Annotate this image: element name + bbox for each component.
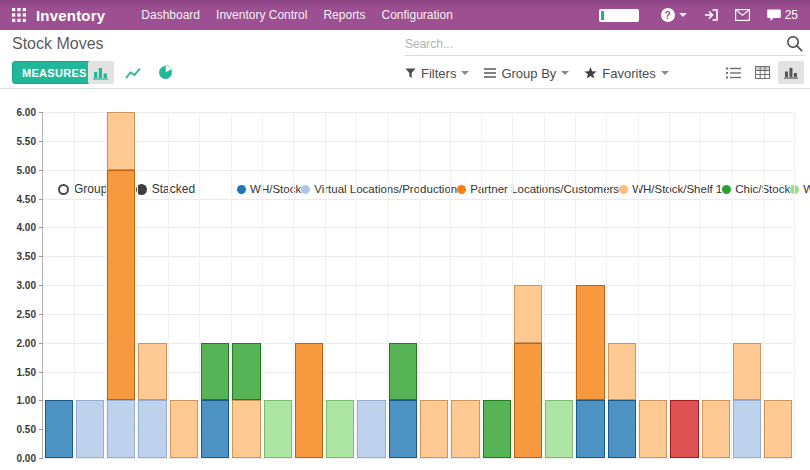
bar-segment[interactable] — [639, 400, 667, 458]
bar-segment[interactable] — [451, 400, 479, 458]
menu-item-configuration[interactable]: Configuration — [381, 8, 452, 22]
bar-segment[interactable] — [420, 400, 448, 458]
menu-item-inventory-control[interactable]: Inventory Control — [216, 8, 307, 22]
y-tick-label: 5.50 — [0, 136, 36, 147]
bar-group[interactable] — [451, 112, 479, 458]
bar-group[interactable] — [107, 112, 135, 458]
y-tick-label: 1.50 — [0, 367, 36, 378]
bar-group[interactable] — [389, 112, 417, 458]
bar-segment[interactable] — [733, 343, 761, 401]
bar-segment[interactable] — [576, 285, 604, 400]
app-title[interactable]: Inventory — [36, 7, 105, 24]
bar-segment[interactable] — [389, 400, 417, 458]
bar-group[interactable] — [639, 112, 667, 458]
bar-group[interactable] — [483, 112, 511, 458]
page-title: Stock Moves — [12, 35, 104, 53]
bar-group[interactable] — [545, 112, 573, 458]
x-gridline — [794, 112, 795, 458]
bar-segment[interactable] — [733, 400, 761, 458]
bar-segment[interactable] — [295, 343, 323, 458]
messages-envelope-icon[interactable] — [735, 9, 750, 21]
apps-grid-icon[interactable] — [12, 8, 26, 22]
bar-segment[interactable] — [514, 343, 542, 458]
search-filter-menus: Filters Group By Favorites — [405, 58, 669, 88]
pie-chart-type-button[interactable] — [152, 61, 178, 84]
y-tick-label: 5.00 — [0, 165, 36, 176]
filters-menu-button[interactable]: Filters — [405, 66, 469, 81]
bar-segment[interactable] — [608, 400, 636, 458]
chevron-down-icon — [661, 71, 669, 75]
bar-group[interactable] — [45, 112, 73, 458]
bar-segment[interactable] — [670, 400, 698, 458]
y-tick-label: 2.50 — [0, 309, 36, 320]
bar-segment[interactable] — [76, 400, 104, 458]
bar-group[interactable] — [702, 112, 730, 458]
bar-segment[interactable] — [326, 400, 354, 458]
bar-group[interactable] — [232, 112, 260, 458]
bar-segment[interactable] — [201, 400, 229, 458]
chevron-down-icon — [679, 13, 687, 17]
bar-group[interactable] — [576, 112, 604, 458]
line-chart-icon — [125, 66, 141, 80]
menu-item-dashboard[interactable]: Dashboard — [141, 8, 200, 22]
y-tick-mark — [39, 343, 43, 344]
y-tick-mark — [39, 429, 43, 430]
bar-segment[interactable] — [232, 343, 260, 401]
bar-segment[interactable] — [232, 400, 260, 458]
bar-segment[interactable] — [545, 400, 573, 458]
y-gridline — [43, 458, 793, 459]
bar-group[interactable] — [608, 112, 636, 458]
breadcrumb-row: Stock Moves — [0, 30, 810, 58]
bar-segment[interactable] — [702, 400, 730, 458]
list-view-button[interactable] — [720, 61, 746, 84]
timer-widget[interactable] — [599, 9, 639, 22]
bar-segment[interactable] — [138, 343, 166, 401]
top-navbar: Inventory Dashboard Inventory Control Re… — [0, 0, 810, 30]
bar-segment[interactable] — [389, 343, 417, 401]
bar-segment[interactable] — [107, 400, 135, 458]
bar-segment[interactable] — [483, 400, 511, 458]
chat-bubble-button[interactable]: 25 — [767, 8, 798, 22]
graph-view-button[interactable] — [778, 61, 804, 84]
help-menu[interactable]: ? — [661, 8, 687, 22]
bar-segment[interactable] — [201, 343, 229, 401]
bar-segment[interactable] — [357, 400, 385, 458]
favorites-menu-button[interactable]: Favorites — [584, 66, 668, 81]
timer-progress-bar — [601, 11, 604, 20]
bar-segment[interactable] — [608, 343, 636, 401]
bar-group[interactable] — [670, 112, 698, 458]
bar-group[interactable] — [201, 112, 229, 458]
bar-segment[interactable] — [514, 285, 542, 343]
bar-group[interactable] — [733, 112, 761, 458]
bar-group[interactable] — [420, 112, 448, 458]
y-tick-label: 2.00 — [0, 338, 36, 349]
bar-chart-type-button[interactable] — [88, 61, 114, 84]
bar-group[interactable] — [170, 112, 198, 458]
bar-group[interactable] — [76, 112, 104, 458]
bar-segment[interactable] — [138, 400, 166, 458]
bar-group[interactable] — [138, 112, 166, 458]
bar-group[interactable] — [357, 112, 385, 458]
line-chart-type-button[interactable] — [120, 61, 146, 84]
sign-in-icon[interactable] — [704, 8, 718, 22]
bar-segment[interactable] — [264, 400, 292, 458]
search-input[interactable] — [405, 37, 784, 51]
funnel-icon — [405, 68, 416, 79]
y-tick-label: 6.00 — [0, 107, 36, 118]
bar-group[interactable] — [514, 112, 542, 458]
group-by-menu-button[interactable]: Group By — [484, 66, 569, 81]
bar-group[interactable] — [295, 112, 323, 458]
bar-segment[interactable] — [107, 112, 135, 170]
search-icon[interactable] — [784, 35, 805, 52]
bar-segment[interactable] — [764, 400, 792, 458]
bar-segment[interactable] — [170, 400, 198, 458]
bar-segment[interactable] — [576, 400, 604, 458]
bar-group[interactable] — [264, 112, 292, 458]
menu-item-reports[interactable]: Reports — [323, 8, 365, 22]
chevron-down-icon — [461, 71, 469, 75]
bar-group[interactable] — [326, 112, 354, 458]
bar-segment[interactable] — [45, 400, 73, 458]
pivot-view-button[interactable] — [749, 61, 775, 84]
bar-group[interactable] — [764, 112, 792, 458]
bar-segment[interactable] — [107, 170, 135, 401]
